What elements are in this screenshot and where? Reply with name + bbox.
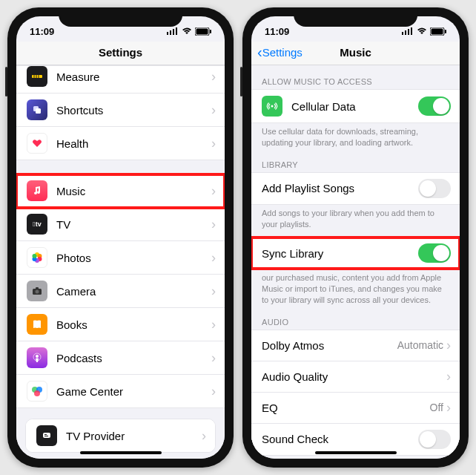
chevron-right-icon: › — [211, 102, 216, 118]
group-audio: Dolby Atmos Automatic › Audio Quality › … — [251, 330, 460, 456]
svg-rect-28 — [44, 434, 47, 435]
toggle-add-playlist[interactable] — [418, 179, 451, 198]
navbar-right: ‹ Settings Music — [251, 42, 460, 65]
svg-rect-0 — [167, 32, 168, 35]
measure-icon — [27, 66, 47, 87]
wifi-icon — [182, 27, 192, 35]
settings-row-health[interactable]: Health › — [16, 127, 225, 160]
row-value: Automatic — [397, 339, 443, 351]
settings-row-music[interactable]: Music › — [16, 174, 225, 208]
chevron-right-icon: › — [202, 428, 206, 444]
settings-group-1: Measure › Shortcuts › Health › — [16, 65, 225, 160]
section-header-audio: AUDIO — [251, 306, 460, 330]
settings-row-tvprovider[interactable]: TV Provider › — [26, 419, 215, 452]
row-label: TV Provider — [66, 430, 202, 442]
svg-rect-27 — [43, 433, 50, 438]
battery-icon — [195, 27, 211, 36]
row-add-playlist[interactable]: Add Playlist Songs — [251, 173, 460, 204]
row-label: TV — [56, 218, 211, 231]
row-label: Podcasts — [56, 352, 211, 364]
svg-rect-21 — [36, 287, 39, 289]
row-audio-quality[interactable]: Audio Quality › — [251, 361, 460, 393]
section-header-downloads: DOWNLOADS — [251, 456, 460, 459]
row-cellular-data[interactable]: Cellular Data — [251, 90, 460, 122]
tv-icon: tv — [27, 214, 47, 235]
footer-sync: our purchased music, content you add fro… — [251, 269, 460, 306]
svg-rect-2 — [173, 29, 174, 35]
row-label: Measure — [56, 71, 211, 83]
footer-cellular: Use cellular data for downloads, streami… — [251, 123, 460, 148]
chevron-right-icon: › — [446, 338, 451, 353]
status-time: 11:09 — [30, 26, 54, 37]
settings-row-measure[interactable]: Measure › — [16, 66, 225, 94]
svg-rect-36 — [445, 30, 446, 33]
back-button[interactable]: ‹ Settings — [257, 46, 303, 59]
settings-row-books[interactable]: Books › — [16, 308, 225, 341]
svg-point-22 — [36, 355, 39, 358]
settings-row-shortcuts[interactable]: Shortcuts › — [16, 94, 225, 127]
row-dolby-atmos[interactable]: Dolby Atmos Automatic › — [251, 330, 460, 361]
navbar-left: Settings — [16, 42, 225, 65]
row-label: Books — [56, 318, 211, 331]
row-label: Game Center — [56, 385, 211, 398]
phone-right: 11:09 ‹ Settings Music ALLOW MUSIC TO AC… — [242, 7, 469, 468]
chevron-right-icon: › — [211, 136, 216, 151]
svg-rect-31 — [405, 30, 406, 35]
notch — [294, 7, 418, 27]
row-label: Audio Quality — [262, 370, 446, 383]
home-indicator[interactable] — [315, 451, 397, 454]
chevron-right-icon: › — [211, 183, 216, 199]
back-label: Settings — [262, 46, 303, 59]
music-icon — [27, 180, 47, 201]
svg-rect-33 — [411, 27, 412, 35]
page-title: Music — [340, 46, 371, 59]
svg-rect-35 — [432, 28, 443, 34]
toggle-cellular[interactable] — [418, 96, 451, 116]
svg-rect-6 — [210, 30, 211, 33]
row-eq[interactable]: EQ Off › — [251, 393, 460, 424]
svg-point-26 — [34, 390, 40, 396]
chevron-right-icon: › — [211, 284, 216, 299]
screen-right: 11:09 ‹ Settings Music ALLOW MUSIC TO AC… — [251, 16, 460, 459]
podcasts-icon — [27, 347, 47, 368]
notch — [59, 7, 183, 27]
svg-rect-3 — [176, 27, 177, 35]
toggle-sound-check[interactable] — [418, 430, 451, 449]
settings-row-tv[interactable]: tv TV › — [16, 208, 225, 241]
books-icon — [27, 314, 47, 335]
signal-icon — [167, 27, 179, 35]
row-label: Sync Library — [262, 247, 418, 260]
signal-icon — [402, 27, 414, 35]
section-header-library: LIBRARY — [251, 148, 460, 172]
toggle-sync-library[interactable] — [418, 243, 451, 263]
content-right: ALLOW MUSIC TO ACCESS Cellular Data Use … — [251, 65, 460, 459]
settings-row-gamecenter[interactable]: Game Center › — [16, 375, 225, 407]
antenna-icon — [262, 96, 282, 117]
screen-left: 11:09 Settings Measure › Shortcuts › — [16, 16, 225, 459]
svg-point-37 — [271, 105, 274, 108]
svg-point-18 — [33, 254, 37, 258]
row-label: Camera — [56, 285, 211, 298]
group-library-2: Sync Library — [251, 237, 460, 269]
svg-rect-7 — [32, 75, 42, 78]
status-time: 11:09 — [265, 26, 289, 37]
settings-row-podcasts[interactable]: Podcasts › — [16, 341, 225, 375]
settings-row-photos[interactable]: Photos › — [16, 241, 225, 275]
page-title: Settings — [99, 46, 142, 59]
home-indicator[interactable] — [80, 451, 162, 454]
chevron-right-icon: › — [211, 384, 216, 399]
chevron-right-icon: › — [211, 350, 216, 366]
svg-rect-12 — [36, 108, 41, 114]
row-label: Shortcuts — [56, 104, 211, 117]
row-sound-check[interactable]: Sound Check — [251, 424, 460, 455]
chevron-right-icon: › — [446, 400, 451, 416]
settings-row-camera[interactable]: Camera › — [16, 275, 225, 308]
group-library-1: Add Playlist Songs — [251, 172, 460, 205]
row-label: Health — [56, 137, 211, 150]
row-label: Music — [56, 185, 211, 197]
row-sync-library[interactable]: Sync Library — [251, 238, 460, 269]
row-label: Add Playlist Songs — [262, 182, 418, 194]
footer-add-playlist: Add songs to your library when you add t… — [251, 205, 460, 230]
phone-left: 11:09 Settings Measure › Shortcuts › — [7, 7, 234, 468]
svg-rect-5 — [196, 28, 208, 34]
